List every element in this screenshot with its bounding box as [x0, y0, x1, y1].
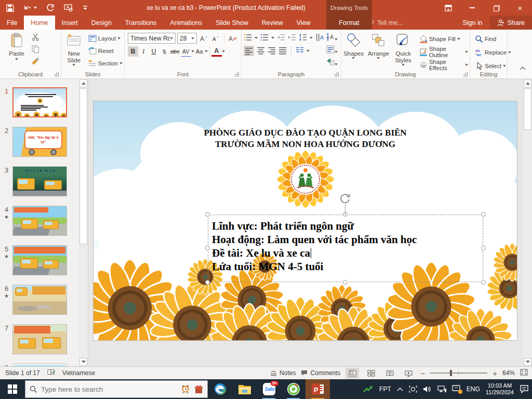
selection-handle-s[interactable] [343, 280, 348, 285]
change-case-button[interactable]: Aa [194, 46, 205, 57]
convert-smartart-icon[interactable] [326, 58, 338, 67]
bullets-icon[interactable] [244, 33, 252, 43]
shape-effects-button[interactable]: Shape Effects [418, 59, 470, 71]
taskbar-clock[interactable]: 10:03 AM 11/29/2024 [486, 382, 514, 396]
restore-button[interactable] [484, 0, 508, 16]
change-case-dropdown-icon[interactable] [205, 50, 208, 52]
justify-button[interactable] [278, 46, 287, 56]
screen-record-icon[interactable] [409, 385, 417, 393]
save-icon[interactable] [6, 4, 14, 12]
input-language-indicator[interactable]: ENG [467, 385, 480, 393]
slide-indicator[interactable]: Slide 1 of 17 [5, 369, 40, 377]
clear-formatting-icon[interactable]: A [228, 33, 238, 44]
font-color-button[interactable]: A [211, 46, 222, 57]
align-left-button[interactable] [244, 46, 254, 56]
select-button[interactable]: Select [473, 60, 507, 72]
canvas-scroll-up-icon[interactable] [524, 79, 531, 87]
text-shadow-button[interactable]: S [159, 46, 169, 57]
slide-header-text[interactable]: PHÒNG GIÁO DỤC ĐÀO TẠO QUẬN LONG BIÊN TR… [94, 127, 517, 150]
paste-dropdown-icon[interactable] [15, 58, 18, 60]
share-button[interactable]: Share [490, 16, 532, 30]
taskbar-file-explorer-icon[interactable] [232, 379, 257, 399]
layout-button[interactable]: Layout [87, 33, 124, 44]
selection-handle-nw[interactable] [205, 212, 210, 217]
text-box-content[interactable]: Lĩnh vực: Phát triển ngôn ngữ Hoạt động:… [208, 215, 483, 273]
spell-check-icon[interactable] [47, 369, 55, 377]
taskbar-zalo-icon[interactable]: Zalo 5+ [257, 379, 281, 399]
tab-animations[interactable]: Animations [163, 16, 209, 30]
canvas-scrollbar[interactable] [523, 79, 532, 366]
columns-icon[interactable] [296, 46, 304, 56]
increase-font-icon[interactable]: A [198, 33, 209, 44]
italic-button[interactable]: I [138, 46, 149, 57]
shapes-button[interactable]: Shapes [341, 30, 366, 68]
tray-expand-chevron-icon[interactable] [397, 387, 403, 391]
slideshow-view-button[interactable] [402, 368, 415, 379]
reading-view-button[interactable] [383, 368, 396, 379]
strikethrough-button[interactable]: abc [169, 46, 181, 57]
numbering-icon[interactable] [260, 33, 269, 43]
customize-qat-icon[interactable] [83, 5, 88, 10]
tab-home[interactable]: Home [24, 16, 55, 30]
taskbar-edge-icon[interactable] [208, 379, 232, 399]
shapes-dropdown-icon[interactable] [352, 57, 355, 59]
quick-styles-button[interactable]: Quick Styles [391, 30, 416, 68]
reset-button[interactable]: Reset [87, 45, 124, 57]
taskbar-coccoc-icon[interactable] [281, 379, 305, 399]
undo-icon[interactable] [23, 4, 37, 11]
redo-icon[interactable] [46, 4, 55, 12]
increase-indent-icon[interactable] [288, 33, 296, 43]
paragraph-dialog-launcher[interactable] [335, 72, 339, 76]
sign-in-button[interactable]: Sign in [455, 16, 489, 30]
zoom-level[interactable]: 64% [502, 369, 515, 377]
normal-view-button[interactable] [345, 368, 359, 379]
decrease-font-icon[interactable]: A [210, 33, 221, 44]
drawing-dialog-launcher[interactable] [463, 72, 468, 76]
fpt-logo-icon[interactable] [363, 385, 374, 393]
selection-handle-e[interactable] [481, 246, 486, 250]
selection-handle-ne[interactable] [481, 212, 486, 217]
tab-slideshow[interactable]: Slide Show [209, 16, 255, 30]
minimize-button[interactable] [460, 0, 484, 16]
canvas-scroll-down-icon[interactable] [524, 358, 531, 366]
thumb-scroll-down-icon[interactable] [79, 358, 87, 366]
language-indicator[interactable]: Vietnamese [62, 369, 95, 377]
quick-styles-dropdown-icon[interactable] [402, 64, 405, 66]
tab-format[interactable]: Format [339, 16, 360, 30]
selected-text-box[interactable]: Lĩnh vực: Phát triển ngôn ngữ Hoạt động:… [208, 215, 483, 282]
selection-handle-se[interactable] [481, 280, 486, 285]
text-align-vertical-icon[interactable]: A [326, 33, 338, 42]
font-size-select[interactable]: 28 [177, 33, 197, 44]
fit-slide-button[interactable] [520, 369, 528, 377]
start-button[interactable] [0, 379, 25, 399]
comments-button[interactable]: Comments [301, 369, 340, 377]
character-spacing-button[interactable]: AV [181, 46, 191, 57]
align-center-button[interactable] [257, 46, 265, 56]
section-button[interactable]: Section [87, 58, 124, 69]
bold-button[interactable]: B [128, 46, 138, 57]
decrease-indent-icon[interactable] [277, 33, 285, 43]
taskbar-powerpoint-icon[interactable]: P [305, 379, 330, 399]
zoom-slider[interactable] [430, 373, 487, 374]
copy-icon[interactable] [31, 45, 39, 54]
replace-button[interactable]: abac Replace [473, 47, 507, 58]
tab-design[interactable]: Design [85, 16, 118, 30]
speaker-icon[interactable] [423, 385, 432, 393]
find-button[interactable]: Find [473, 33, 507, 45]
align-text-icon[interactable] [326, 45, 338, 55]
format-painter-icon[interactable] [31, 57, 39, 66]
tab-file[interactable]: File [0, 16, 24, 30]
line-spacing-icon[interactable] [299, 33, 307, 43]
new-slide-button[interactable]: New Slide [61, 30, 87, 68]
underline-button[interactable]: U [149, 46, 159, 57]
font-color-dropdown-icon[interactable] [222, 50, 225, 52]
new-slide-dropdown-icon[interactable] [72, 64, 75, 66]
tab-view[interactable]: View [290, 16, 317, 30]
text-direction-icon[interactable]: A [315, 33, 324, 43]
align-right-button[interactable] [268, 46, 276, 56]
tab-transitions[interactable]: Transitions [118, 16, 164, 30]
search-input[interactable] [41, 385, 177, 393]
font-family-select[interactable]: Times New Ror [128, 33, 176, 44]
rotation-handle-icon[interactable] [339, 193, 351, 205]
action-center-icon[interactable] [520, 385, 529, 393]
